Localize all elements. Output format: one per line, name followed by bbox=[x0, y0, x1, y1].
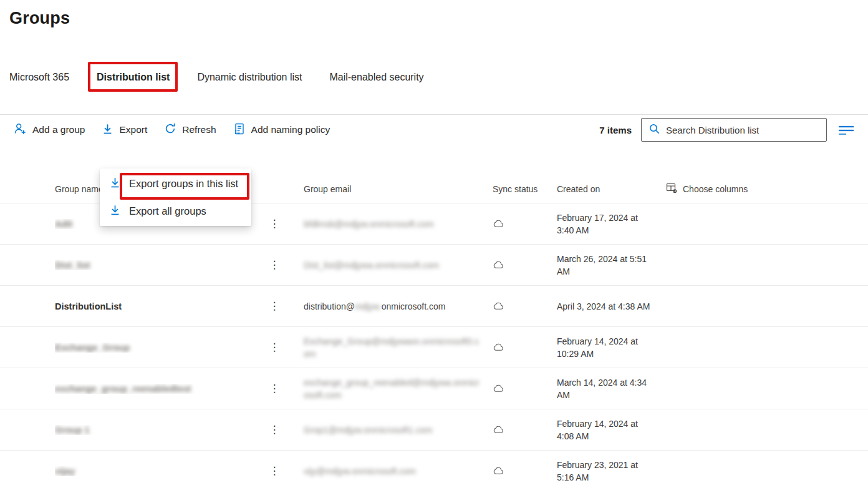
tab-mail-enabled-security[interactable]: Mail-enabled security bbox=[329, 72, 423, 91]
group-email-redacted-part: mdjyw. bbox=[355, 301, 382, 311]
group-email: vijy@mdjyw.onmicrosoft.com bbox=[304, 466, 416, 476]
add-a-group-button[interactable]: Add a group bbox=[14, 122, 85, 138]
table-row[interactable]: exchange_group_reenabledtest ⋮ exchange_… bbox=[0, 368, 868, 409]
created-on: April 3, 2024 at 4:38 AM bbox=[557, 300, 650, 313]
tab-distribution-list[interactable]: Distribution list bbox=[97, 72, 170, 91]
group-name: Dist_list bbox=[55, 260, 90, 270]
group-email-suffix: onmicrosoft.com bbox=[382, 301, 446, 311]
add-naming-policy-button[interactable]: Add naming policy bbox=[233, 122, 330, 138]
page-title: Groups bbox=[9, 9, 868, 28]
cloud-sync-icon bbox=[493, 260, 557, 270]
toolbar-right: 7 items bbox=[599, 118, 857, 142]
column-header-sync-status[interactable]: Sync status bbox=[493, 184, 557, 194]
row-more-actions-button[interactable]: ⋮ bbox=[262, 424, 287, 435]
created-on: March 14, 2024 at 4:34 AM bbox=[557, 376, 650, 401]
button-label: Add naming policy bbox=[251, 124, 330, 135]
tab-label: Dynamic distribution list bbox=[197, 72, 302, 82]
button-label: Export bbox=[119, 124, 147, 135]
choose-columns-button[interactable]: Choose columns bbox=[666, 182, 748, 195]
button-label: Refresh bbox=[182, 124, 216, 135]
tab-dynamic-distribution-list[interactable]: Dynamic distribution list bbox=[197, 72, 302, 91]
download-icon bbox=[102, 123, 113, 137]
tab-label: Mail-enabled security bbox=[329, 72, 423, 82]
row-more-actions-button[interactable]: ⋮ bbox=[262, 383, 287, 394]
button-label: Add a group bbox=[32, 124, 85, 135]
group-email: Exchange_Group@mdjywaon.onmicrosoft0.com bbox=[304, 336, 479, 359]
row-more-actions-button[interactable]: ⋮ bbox=[262, 260, 287, 270]
menu-item-label: Export groups in this list bbox=[129, 178, 238, 190]
choose-columns-label: Choose columns bbox=[683, 184, 748, 194]
refresh-button[interactable]: Refresh bbox=[164, 122, 216, 137]
export-dropdown-menu: Export groups in this list Export all gr… bbox=[100, 168, 251, 226]
download-icon bbox=[109, 204, 121, 218]
menu-item-label: Export all groups bbox=[129, 205, 206, 217]
row-more-actions-button[interactable]: ⋮ bbox=[262, 218, 287, 229]
tab-label: Microsoft 365 bbox=[9, 72, 69, 82]
group-name: Group 1 bbox=[55, 425, 90, 435]
export-button[interactable]: Export bbox=[102, 123, 147, 137]
tab-label: Distribution list bbox=[97, 72, 170, 82]
group-name: DistributionList bbox=[55, 301, 122, 311]
items-count: 7 items bbox=[599, 125, 632, 135]
table-row[interactable]: vijay ⋮ vijy@mdjyw.onmicrosoft.com Febru… bbox=[0, 450, 868, 491]
group-email: bfdlmsb@mdjyw.onmicrosoft.com bbox=[304, 219, 434, 229]
tab-microsoft-365[interactable]: Microsoft 365 bbox=[9, 72, 69, 91]
group-email-prefix: distribution@ bbox=[304, 301, 355, 311]
row-more-actions-button[interactable]: ⋮ bbox=[262, 301, 287, 311]
created-on: February 14, 2024 at 10:29 AM bbox=[557, 335, 650, 360]
cloud-sync-icon bbox=[493, 343, 557, 352]
row-more-actions-button[interactable]: ⋮ bbox=[262, 466, 287, 476]
groups-page: Groups Microsoft 365 Distribution list D… bbox=[0, 9, 868, 503]
group-name: Exchange_Group bbox=[55, 343, 130, 353]
choose-columns-icon bbox=[666, 182, 677, 195]
created-on: March 26, 2024 at 5:51 AM bbox=[557, 253, 650, 278]
column-header-group-email[interactable]: Group email bbox=[287, 184, 493, 194]
search-box bbox=[641, 118, 827, 142]
cloud-sync-icon bbox=[493, 466, 557, 476]
naming-policy-icon bbox=[233, 122, 246, 138]
selected-tab-underline bbox=[97, 89, 170, 91]
group-email: Dist_list@mdjywa.onmicrosoft.com bbox=[304, 260, 439, 270]
created-on: February 17, 2024 at 3:40 AM bbox=[557, 212, 650, 237]
menu-item-export-groups-in-this-list[interactable]: Export groups in this list bbox=[100, 170, 251, 197]
group-email: exchange_group_reenabled@mdjywa.onmicros… bbox=[304, 378, 480, 400]
cloud-sync-icon bbox=[493, 301, 557, 311]
created-on: February 23, 2021 at 5:16 AM bbox=[557, 459, 650, 484]
group-name: exchange_group_reenabledtest bbox=[55, 384, 191, 394]
download-icon bbox=[109, 177, 121, 191]
cloud-sync-icon bbox=[493, 425, 557, 434]
cloud-sync-icon bbox=[493, 219, 557, 228]
toolbar: Add a group Export Refresh bbox=[0, 114, 868, 145]
group-email: Grop1@mdjyw.onmicrosoft1.com bbox=[304, 425, 432, 435]
table-row[interactable]: DistributionList ⋮ distribution@mdjyw.on… bbox=[0, 285, 868, 326]
search-input[interactable] bbox=[666, 125, 821, 135]
row-more-actions-button[interactable]: ⋮ bbox=[262, 342, 287, 353]
group-name: Adit bbox=[55, 219, 72, 229]
search-icon bbox=[649, 123, 660, 137]
group-name: vijay bbox=[55, 466, 75, 476]
table-row[interactable]: Dist_list ⋮ Dist_list@mdjywa.onmicrosoft… bbox=[0, 244, 868, 285]
column-header-created-on[interactable]: Created on bbox=[557, 184, 666, 194]
refresh-icon bbox=[164, 122, 176, 137]
created-on: February 14, 2024 at 4:08 AM bbox=[557, 418, 650, 442]
cloud-sync-icon bbox=[493, 384, 557, 393]
table-row[interactable]: Group 1 ⋮ Grop1@mdjyw.onmicrosoft1.com F… bbox=[0, 409, 868, 450]
menu-item-export-all-groups[interactable]: Export all groups bbox=[100, 197, 251, 225]
tab-bar: Microsoft 365 Distribution list Dynamic … bbox=[9, 72, 868, 91]
table-row[interactable]: Exchange_Group ⋮ Exchange_Group@mdjywaon… bbox=[0, 326, 868, 368]
filter-icon[interactable] bbox=[836, 122, 857, 137]
person-add-icon bbox=[14, 122, 27, 138]
